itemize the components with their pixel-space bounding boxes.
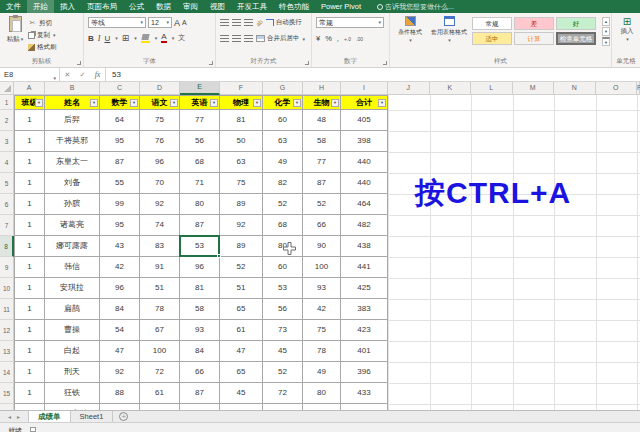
- filter-dropdown-button[interactable]: ▼: [253, 99, 261, 107]
- ribbon-tab-开发工具[interactable]: 开发工具: [231, 0, 273, 13]
- table-cell[interactable]: 56: [180, 131, 220, 152]
- table-cell[interactable]: 58: [303, 131, 341, 152]
- column-header-I[interactable]: I: [341, 82, 388, 95]
- dialog-launcher-icon[interactable]: [209, 61, 213, 65]
- table-cell[interactable]: 58: [263, 404, 303, 410]
- table-cell[interactable]: 80: [303, 383, 341, 404]
- table-cell[interactable]: 60: [263, 110, 303, 131]
- table-cell[interactable]: 96: [140, 152, 180, 173]
- table-cell[interactable]: 1: [14, 236, 45, 257]
- table-cell[interactable]: 398: [341, 131, 388, 152]
- table-cell[interactable]: 78: [140, 299, 180, 320]
- table-cell[interactable]: 92: [220, 215, 263, 236]
- cut-button[interactable]: ✂剪切: [28, 17, 57, 29]
- underline-button[interactable]: U: [104, 34, 110, 43]
- table-cell[interactable]: 53: [263, 278, 303, 299]
- gallery-expand-button[interactable]: ▼: [602, 37, 610, 46]
- table-cell[interactable]: 77: [180, 110, 220, 131]
- dialog-launcher-icon[interactable]: [77, 61, 81, 65]
- table-cell[interactable]: 52: [263, 194, 303, 215]
- wrap-text-button[interactable]: 自动换行: [266, 18, 302, 27]
- table-cell[interactable]: 51: [220, 278, 263, 299]
- font-name-select[interactable]: 等线▾: [88, 17, 146, 28]
- copy-button[interactable]: 复制▾: [28, 29, 57, 41]
- table-cell[interactable]: 安琪拉: [45, 278, 100, 299]
- table-cell[interactable]: 440: [341, 152, 388, 173]
- align-left-icon[interactable]: [220, 35, 229, 43]
- table-cell[interactable]: 433: [341, 383, 388, 404]
- column-header-N[interactable]: N: [554, 82, 596, 95]
- gallery-down-button[interactable]: ▼: [602, 27, 610, 36]
- table-cell[interactable]: 56: [263, 299, 303, 320]
- column-header-G[interactable]: G: [263, 82, 303, 95]
- filter-dropdown-button[interactable]: ▼: [293, 99, 301, 107]
- format-painter-button[interactable]: 格式刷: [28, 41, 57, 53]
- table-cell[interactable]: 东皇太一: [45, 152, 100, 173]
- fill-handle[interactable]: [217, 254, 221, 258]
- table-cell[interactable]: 75: [220, 173, 263, 194]
- align-middle-icon[interactable]: [232, 19, 241, 27]
- table-cell[interactable]: 49: [303, 362, 341, 383]
- table-cell[interactable]: 438: [341, 236, 388, 257]
- row-header-4[interactable]: 4: [0, 152, 14, 173]
- table-cell[interactable]: 52: [263, 362, 303, 383]
- table-header-cell[interactable]: 班级▼: [14, 95, 45, 110]
- table-cell[interactable]: 81: [180, 278, 220, 299]
- table-cell[interactable]: 83: [140, 236, 180, 257]
- table-cell[interactable]: 65: [220, 299, 263, 320]
- decrease-decimal-button[interactable]: .00: [356, 36, 363, 42]
- align-bottom-icon[interactable]: [244, 19, 253, 27]
- column-header-B[interactable]: B: [45, 82, 100, 95]
- table-cell[interactable]: 1: [14, 362, 45, 383]
- table-cell[interactable]: 1: [14, 257, 45, 278]
- table-cell[interactable]: 68: [263, 215, 303, 236]
- table-cell[interactable]: 87: [180, 215, 220, 236]
- table-cell[interactable]: 91: [140, 257, 180, 278]
- table-cell[interactable]: 89: [220, 236, 263, 257]
- row-header-14[interactable]: 14: [0, 362, 14, 383]
- table-cell[interactable]: 63: [220, 152, 263, 173]
- row-header-6[interactable]: 6: [0, 194, 14, 215]
- table-cell[interactable]: 63: [263, 131, 303, 152]
- table-cell[interactable]: 401: [341, 341, 388, 362]
- table-cell[interactable]: 425: [341, 278, 388, 299]
- table-cell[interactable]: 441: [341, 257, 388, 278]
- table-cell[interactable]: 42: [100, 257, 140, 278]
- table-cell[interactable]: 88: [100, 383, 140, 404]
- table-cell[interactable]: 71: [220, 404, 263, 410]
- ribbon-tab-file[interactable]: 文件: [0, 0, 27, 13]
- gallery-up-button[interactable]: ▲: [602, 17, 610, 26]
- cell-style-chip[interactable]: 差: [514, 17, 554, 30]
- insert-function-button[interactable]: fx: [95, 70, 101, 79]
- table-cell[interactable]: 92: [140, 194, 180, 215]
- row-header-8[interactable]: 8: [0, 236, 14, 257]
- cell-style-chip[interactable]: 常规: [472, 17, 512, 30]
- ribbon-tab-特色功能[interactable]: 特色功能: [273, 0, 315, 13]
- table-cell[interactable]: 1: [14, 320, 45, 341]
- italic-button[interactable]: I: [98, 34, 101, 43]
- table-header-cell[interactable]: 物理▼: [220, 95, 263, 110]
- column-header-E[interactable]: E: [180, 82, 220, 95]
- table-cell[interactable]: 76: [140, 131, 180, 152]
- table-header-cell[interactable]: 合计▼: [341, 95, 388, 110]
- table-cell[interactable]: 孙膑: [45, 194, 100, 215]
- table-cell[interactable]: 96: [180, 257, 220, 278]
- table-cell[interactable]: 93: [303, 278, 341, 299]
- row-header-10[interactable]: 10: [0, 278, 14, 299]
- table-cell[interactable]: 46: [140, 404, 180, 410]
- number-format-select[interactable]: 常规▾: [316, 17, 384, 28]
- filter-dropdown-button[interactable]: ▼: [90, 99, 98, 107]
- table-cell[interactable]: 47: [100, 341, 140, 362]
- column-header-M[interactable]: M: [513, 82, 555, 95]
- column-header-D[interactable]: D: [140, 82, 180, 95]
- table-cell[interactable]: 87: [303, 173, 341, 194]
- column-header-H[interactable]: H: [303, 82, 341, 95]
- table-cell[interactable]: 娜可露露: [45, 236, 100, 257]
- table-cell[interactable]: 60: [263, 257, 303, 278]
- column-header-K[interactable]: K: [430, 82, 472, 95]
- sheet-nav-left-icon[interactable]: ◂: [8, 413, 11, 420]
- column-header-F[interactable]: F: [220, 82, 263, 95]
- table-cell[interactable]: 64: [100, 110, 140, 131]
- table-cell[interactable]: 72: [263, 383, 303, 404]
- table-cell[interactable]: 42: [303, 299, 341, 320]
